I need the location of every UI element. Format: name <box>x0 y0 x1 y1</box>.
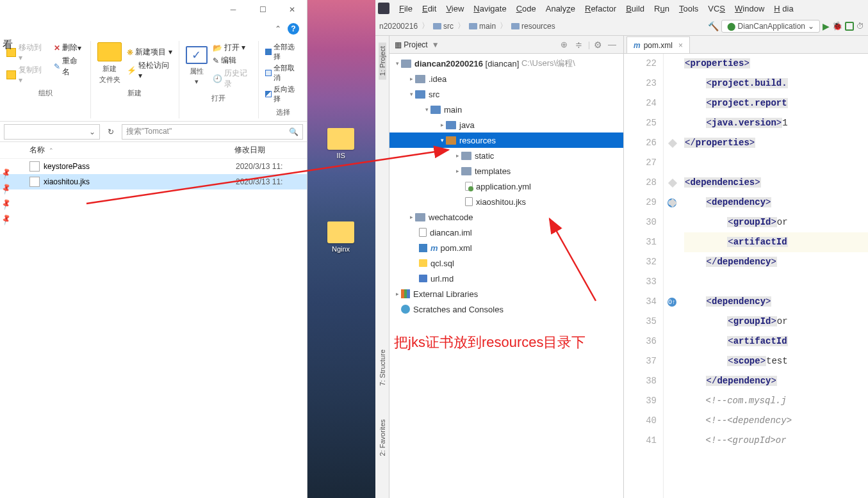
invert-button[interactable]: 反向选择 <box>265 84 300 104</box>
panel-title: Project <box>404 40 427 49</box>
col-date: 修改日期 <box>234 145 265 156</box>
chevron-down-icon[interactable]: ▼ <box>432 40 439 49</box>
tree-item[interactable]: qcl.sql <box>389 255 623 271</box>
build-icon[interactable]: 🔨 <box>708 21 719 31</box>
properties-button[interactable]: ✓ 属性▾ <box>186 46 208 86</box>
code-lines[interactable]: <properties> <project.build. <project.re… <box>682 54 868 498</box>
folder-icon <box>327 221 354 243</box>
code-area[interactable]: 2223242526272829303132333435363738394041… <box>624 54 868 498</box>
titlebar: ─ ☐ ✕ <box>0 0 307 19</box>
crumb[interactable]: main <box>469 22 496 31</box>
ide-menu: File Edit View Navigate Code Analyze Ref… <box>375 0 868 17</box>
file-name: xiaoshitou.jks <box>44 177 236 186</box>
tab-structure[interactable]: 7: Structure <box>379 346 386 390</box>
tree-root[interactable]: ▾diancan20200216 [diancan] C:\Users\编程\ <box>389 56 623 71</box>
debug-icon[interactable]: 🐞 <box>832 21 842 31</box>
tree-item[interactable]: ▾main <box>389 102 623 117</box>
select-all-button[interactable]: 全部选择 <box>265 42 300 61</box>
minimize-icon[interactable]: — <box>606 40 618 49</box>
close-icon[interactable]: × <box>676 41 683 50</box>
edit-button[interactable]: ✎编辑 <box>213 55 252 66</box>
maximize-button[interactable]: ☐ <box>248 0 277 19</box>
file-icon <box>29 177 40 187</box>
breadcrumb[interactable]: ⌄ <box>4 124 100 140</box>
tree-item[interactable]: ▸templates <box>389 163 623 179</box>
new-folder-button[interactable]: 新建 文件夹 <box>97 42 122 84</box>
panel-header: ▦ Project ▼ ⊕ ≑ | ⚙ — <box>389 36 623 54</box>
tree-item[interactable]: url.md <box>389 271 623 286</box>
desktop-icon-nginx[interactable]: Nginx <box>320 221 361 253</box>
tree-item[interactable]: application.yml <box>389 179 623 194</box>
new-item-button[interactable]: ❋新建项目 ▾ <box>127 47 172 58</box>
tab-favorites[interactable]: 2: Favorites <box>379 415 386 460</box>
tree-item-jks[interactable]: xiaoshitou.jks <box>389 194 623 209</box>
help-icon[interactable]: ? <box>288 23 299 35</box>
crumb[interactable]: resources <box>511 22 555 31</box>
tree-item-resources[interactable]: ▾resources <box>389 133 623 148</box>
tree-item[interactable]: mpom.xml <box>389 240 623 255</box>
pin-icon[interactable]: 📌 <box>0 213 12 226</box>
menu-navigate[interactable]: Navigate <box>470 3 510 15</box>
menu-vcs[interactable]: VCS <box>704 3 729 15</box>
tree-item[interactable]: ▸static <box>389 148 623 163</box>
easy-access-button[interactable]: ⚡轻松访问 ▾ <box>127 60 172 80</box>
open-button[interactable]: 📂打开 ▾ <box>213 42 252 53</box>
run-config-label: DianCanApplication <box>738 22 805 31</box>
copy-to-button: 复制到 ▾ <box>6 65 46 84</box>
pin-icon[interactable]: 📌 <box>0 167 12 180</box>
menu-analyze[interactable]: Analyze <box>542 3 579 15</box>
gear-icon[interactable]: ⚙ <box>594 40 602 50</box>
desktop-icon-iis[interactable]: IIS <box>320 128 361 159</box>
col-name: 名称 <box>29 145 45 156</box>
group-label: 组织 <box>38 88 53 98</box>
crumb[interactable]: n20200216 <box>379 22 418 31</box>
play-icon[interactable]: ▶ <box>823 21 830 31</box>
tree-item[interactable]: diancan.iml <box>389 225 623 240</box>
menu-tools[interactable]: Tools <box>675 3 702 15</box>
tree-item[interactable]: ▸.idea <box>389 71 623 86</box>
close-button[interactable]: ✕ <box>277 0 307 19</box>
tree-item[interactable]: ▸wechatcode <box>389 209 623 225</box>
group-label: 打开 <box>211 93 225 103</box>
history-button: 🕘历史记录 <box>213 68 252 90</box>
menu-edit[interactable]: Edit <box>418 3 440 15</box>
pin-icon[interactable]: 📌 <box>0 182 12 195</box>
file-row[interactable]: xiaoshitou.jks 2020/3/13 11: <box>0 174 307 189</box>
crumb[interactable]: src <box>433 22 454 31</box>
delete-button[interactable]: ✕删除 ▾ <box>54 42 84 53</box>
menu-help[interactable]: H dia <box>770 3 797 15</box>
editor-tab-pom[interactable]: m pom.xml × <box>626 36 690 53</box>
menu-view[interactable]: View <box>442 3 468 15</box>
file-list: keystorePass 2020/3/13 11: xiaoshitou.jk… <box>0 159 307 189</box>
editor-tabbar: m pom.xml × <box>624 36 868 54</box>
group-label: 选择 <box>276 108 290 117</box>
coverage-icon[interactable] <box>845 22 854 31</box>
menu-refactor[interactable]: Refactor <box>581 3 620 15</box>
file-row[interactable]: keystorePass 2020/3/13 11: <box>0 159 307 174</box>
minimize-button[interactable]: ─ <box>218 0 248 19</box>
folder-icon <box>327 128 354 150</box>
tree-item[interactable]: ▸java <box>389 117 623 133</box>
maven-icon: m <box>634 41 641 50</box>
menu-build[interactable]: Build <box>622 3 648 15</box>
rename-button[interactable]: ✎重命名 <box>54 56 84 77</box>
profile-icon[interactable]: ⏱ <box>856 22 864 31</box>
refresh-button[interactable]: ↻ <box>102 124 119 140</box>
tab-project[interactable]: 1: Project <box>379 42 386 79</box>
tree-scratches[interactable]: Scratches and Consoles <box>389 301 623 317</box>
menu-file[interactable]: File <box>395 3 416 15</box>
menu-window[interactable]: Window <box>731 3 768 15</box>
collapse-icon[interactable]: ≑ <box>573 40 584 49</box>
locate-icon[interactable]: ⊕ <box>559 40 569 49</box>
tree-libs[interactable]: ▸External Libraries <box>389 286 623 301</box>
run-config-dropdown[interactable]: ⬤ DianCanApplication ⌄ <box>721 20 820 33</box>
search-input[interactable]: 搜索"Tomcat" 🔍 <box>122 124 303 140</box>
deselect-button[interactable]: 全部取消 <box>265 63 300 83</box>
chevron-up-icon[interactable]: ⌃ <box>275 24 281 33</box>
file-header[interactable]: 名称⌃ 修改日期 <box>0 142 307 159</box>
menu-run[interactable]: Run <box>650 3 673 15</box>
menu-code[interactable]: Code <box>512 3 540 15</box>
pin-icon[interactable]: 📌 <box>0 198 12 211</box>
tree-item[interactable]: ▾src <box>389 86 623 102</box>
file-date: 2020/3/13 11: <box>236 177 283 186</box>
